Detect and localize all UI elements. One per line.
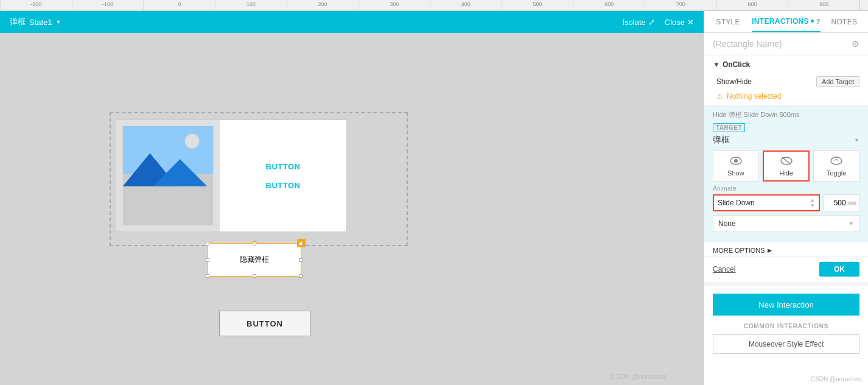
watermark: CSDN @noravinsc bbox=[611, 373, 667, 380]
show-label: Show bbox=[727, 169, 744, 177]
settings-icon[interactable]: ⚙ bbox=[852, 39, 859, 49]
duration-unit: ms bbox=[849, 200, 859, 207]
action-row: Cancel OK bbox=[704, 256, 868, 281]
panel-title: (Rectangle Name) bbox=[713, 39, 782, 49]
new-interaction-button[interactable]: New Interaction bbox=[713, 294, 859, 316]
sel-handle-bl bbox=[206, 274, 209, 278]
onclick-section-header: ▼ OnClick bbox=[704, 55, 868, 74]
hide-action-button[interactable]: Hide bbox=[763, 150, 810, 182]
hidden-frame[interactable]: 隐藏弹框 ⚡ bbox=[207, 243, 301, 277]
show-icon bbox=[730, 157, 742, 168]
component-frame: BUTTON BUTTON bbox=[110, 112, 408, 246]
target-select-row[interactable]: 弹框 ▼ bbox=[713, 135, 859, 146]
mouseover-style-button[interactable]: Mouseover Style Effect bbox=[713, 334, 859, 354]
close-label: Close bbox=[665, 18, 685, 27]
svg-rect-2 bbox=[123, 126, 213, 174]
animate-row: Slide Down ▲▼ ms bbox=[713, 194, 859, 211]
expand-icon: ⤢ bbox=[648, 18, 655, 27]
toolbar-right: Isolate ⤢ Close ✕ bbox=[622, 18, 694, 27]
hidden-frame-label: 隐藏弹框 bbox=[240, 255, 269, 265]
divider bbox=[704, 281, 868, 286]
target-label: TARGET bbox=[713, 123, 745, 132]
ruler-mark: 800 bbox=[716, 0, 788, 11]
ruler-mark: 200 bbox=[287, 0, 359, 11]
svg-line-9 bbox=[782, 157, 791, 164]
ruler-mark: -200 bbox=[0, 0, 72, 11]
more-options-arrow: ▶ bbox=[768, 247, 772, 253]
tab-style[interactable]: STYLE bbox=[704, 11, 752, 32]
panel-header: (Rectangle Name) ⚙ bbox=[704, 33, 868, 55]
standalone-button[interactable]: BUTTON bbox=[219, 311, 310, 336]
action-buttons-row: Show Hide Toggle bbox=[713, 150, 859, 182]
ruler-mark: 100 bbox=[215, 0, 287, 11]
standalone-button-label: BUTTON bbox=[247, 319, 283, 328]
comp-button-1[interactable]: BUTTON bbox=[266, 162, 301, 171]
toolbar-frame-label: 弹框 bbox=[10, 16, 26, 27]
hide-icon bbox=[780, 157, 793, 168]
toolbar-state-label: State1 bbox=[29, 18, 52, 27]
duration-input[interactable] bbox=[824, 199, 849, 207]
ruler-mark: 500 bbox=[502, 0, 573, 11]
sel-handle-mr bbox=[299, 258, 303, 262]
ruler-mark: 700 bbox=[645, 0, 716, 11]
ruler: -200 -100 0 100 200 300 400 500 600 700 … bbox=[0, 0, 868, 11]
hide-label: Hide bbox=[779, 169, 793, 177]
toggle-action-button[interactable]: Toggle bbox=[813, 150, 859, 182]
canvas-area: 弹框 State1 ▼ Isolate ⤢ Close ✕ bbox=[0, 11, 704, 385]
canvas-content[interactable]: BUTTON BUTTON 隐藏弹框 ⚡ bbox=[0, 33, 704, 385]
sel-handle-tl bbox=[206, 242, 209, 245]
component-inner: BUTTON BUTTON bbox=[116, 119, 347, 232]
add-target-button[interactable]: Add Target bbox=[816, 76, 859, 87]
ease-select[interactable]: None ▼ bbox=[713, 215, 859, 232]
ruler-mark: -100 bbox=[72, 0, 144, 11]
sel-handle-bm bbox=[253, 274, 256, 278]
more-options-label: MORE OPTIONS bbox=[713, 247, 765, 254]
ruler-mark: 900 bbox=[788, 0, 859, 11]
tab-interactions[interactable]: INTERACTIONS ? bbox=[752, 11, 821, 32]
close-button[interactable]: Close ✕ bbox=[665, 18, 694, 27]
cancel-button[interactable]: Cancel bbox=[713, 265, 735, 274]
animate-value: Slide Down bbox=[718, 199, 755, 207]
bottom-attribution: CSDN @noravinsc bbox=[704, 373, 868, 385]
ruler-mark: 400 bbox=[430, 0, 502, 11]
ease-row: None ▼ bbox=[713, 215, 859, 232]
help-icon[interactable]: ? bbox=[816, 18, 821, 25]
component-image bbox=[116, 120, 220, 231]
ruler-corner bbox=[859, 0, 868, 11]
interactions-dot bbox=[811, 19, 814, 23]
animate-select[interactable]: Slide Down ▲▼ bbox=[713, 194, 820, 211]
animate-select-wrapper: Slide Down ▲▼ bbox=[713, 194, 820, 211]
sel-handle-tr bbox=[299, 242, 303, 245]
comp-button-2[interactable]: BUTTON bbox=[266, 181, 301, 190]
target-value: 弹框 bbox=[713, 135, 730, 146]
isolate-button[interactable]: Isolate ⤢ bbox=[622, 18, 654, 27]
component-buttons: BUTTON BUTTON bbox=[220, 120, 346, 231]
ruler-marks: -200 -100 0 100 200 300 400 500 600 700 … bbox=[0, 0, 859, 11]
state-dropdown-icon[interactable]: ▼ bbox=[56, 19, 61, 25]
sel-handle-br bbox=[299, 274, 303, 278]
warning-icon: ⚠ bbox=[716, 92, 723, 101]
ease-dropdown-icon: ▼ bbox=[849, 221, 854, 227]
ok-button[interactable]: OK bbox=[819, 262, 859, 277]
svg-point-5 bbox=[185, 134, 200, 149]
ease-value: None bbox=[718, 219, 736, 228]
target-row: TARGET bbox=[713, 123, 859, 132]
animate-stepper[interactable]: ▲▼ bbox=[810, 197, 815, 208]
tab-notes[interactable]: NOTES bbox=[821, 11, 868, 32]
blue-hint-label: Hide 弹框 Slide Down 500ms bbox=[713, 110, 859, 119]
animate-duration-wrapper: ms bbox=[824, 194, 859, 211]
right-panel: STYLE INTERACTIONS ? NOTES (Rectangle Na… bbox=[704, 11, 868, 385]
common-label: COMMON INTERACTIONS bbox=[713, 323, 859, 330]
ruler-mark: 600 bbox=[573, 0, 645, 11]
target-dropdown-icon[interactable]: ▼ bbox=[854, 137, 859, 143]
close-x-icon: ✕ bbox=[687, 18, 694, 27]
sel-handle-ml bbox=[206, 258, 209, 262]
show-action-button[interactable]: Show bbox=[713, 150, 759, 182]
warning-row: ⚠ Nothing selected bbox=[704, 90, 868, 103]
common-interactions-section: COMMON INTERACTIONS Mouseover Style Effe… bbox=[704, 323, 868, 354]
onclick-arrow: ▼ bbox=[713, 60, 720, 69]
ruler-mark: 0 bbox=[143, 0, 215, 11]
main-layout: 弹框 State1 ▼ Isolate ⤢ Close ✕ bbox=[0, 11, 868, 385]
show-hide-row: Show/Hide Add Target bbox=[704, 74, 868, 90]
more-options-row[interactable]: MORE OPTIONS ▶ bbox=[704, 244, 868, 256]
